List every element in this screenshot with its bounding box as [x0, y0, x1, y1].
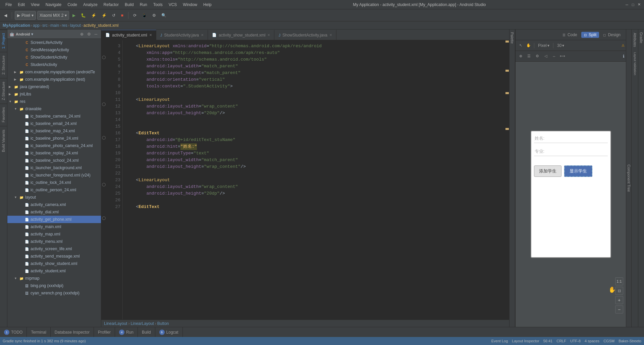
tree-item-ic-replay[interactable]: 📄 ic_baseline_replay_24.xml [7, 149, 101, 157]
avd-button[interactable]: 📱 [140, 11, 149, 20]
tree-item-ic-camera[interactable]: 📄 ic_baseline_camera_24.xml [7, 113, 101, 120]
sidebar-tab-favorites[interactable]: Favorites [0, 104, 7, 126]
tab-run[interactable]: 4 Run [115, 327, 138, 337]
tree-item-res[interactable]: ▼ 📁 res [7, 98, 101, 105]
zoom-fit-btn[interactable]: 1:1 [615, 277, 623, 285]
breadcrumb-item-5[interactable]: layout [70, 23, 81, 28]
run-button[interactable]: ▶ [70, 11, 77, 20]
tree-item-ic-map[interactable]: 📄 ic_baseline_map_24.xml [7, 127, 101, 135]
menu-refactor[interactable]: Refactor [101, 2, 121, 8]
tree-item-activity-screen[interactable]: 📄 activity_screen_life.xml [7, 245, 101, 253]
tree-item-com-test[interactable]: ▶ 📁 com.example.myapplication (test) [7, 76, 101, 83]
tree-item-jnilibs[interactable]: ▶ 📁 jniLibs [7, 90, 101, 98]
tab-design[interactable]: ◻ Design [600, 32, 623, 38]
back-button[interactable]: ◀ [2, 11, 9, 20]
project-sync-icon[interactable]: ⊕ [79, 31, 85, 37]
profile-button[interactable]: ⚡ [100, 11, 109, 20]
sidebar-tab-z-structure[interactable]: Z-Structure [0, 78, 7, 104]
close-button[interactable]: ✕ [637, 2, 641, 7]
menu-build[interactable]: Build [122, 2, 137, 8]
menu-vcs[interactable]: VCS [166, 2, 180, 8]
run-config-dropdown[interactable]: ▶ Pixel ▾ [15, 11, 36, 20]
tab-activity-show[interactable]: 📄 activity_show_student.xml ✕ [208, 30, 274, 40]
component-tree-tab[interactable]: Component Tree [626, 29, 631, 327]
sidebar-tab-project[interactable]: 1: Project [0, 29, 7, 52]
tree-item-student[interactable]: C StudentActivity [7, 61, 101, 68]
preview-show-student-btn[interactable]: 显示学生 [564, 165, 592, 177]
tree-item-bing[interactable]: 🖼 bing.png (xxxhdpi) [7, 282, 101, 289]
zoom-fit-screen-btn[interactable]: ⊡ [615, 287, 623, 295]
tree-item-ic-person[interactable]: 📄 ic_outline_person_24.xml [7, 186, 101, 194]
tab-show-student-java[interactable]: J ShowStudentActivity.java ✕ [274, 30, 336, 40]
sidebar-tab-build-variants[interactable]: Build Variants [0, 126, 7, 155]
tree-item-java-generated[interactable]: ▶ 📁 java (generated) [7, 83, 101, 90]
breadcrumb-bottom-0[interactable]: LinearLayout [104, 321, 127, 326]
status-layout-inspector[interactable]: Layout Inspector [512, 339, 539, 343]
tree-item-drawable[interactable]: ▼ 📁 drawable [7, 105, 101, 113]
tab-terminal[interactable]: Terminal [27, 327, 50, 337]
tree-item-activity-show-student[interactable]: 📄 activity_show_student.xml [7, 260, 101, 267]
tab-build[interactable]: Build [138, 327, 155, 337]
design-icon-2[interactable]: ⚙ [534, 53, 541, 60]
tab-profiler[interactable]: Profiler [94, 327, 115, 337]
breadcrumb-bottom-2[interactable]: Button [157, 321, 169, 326]
tree-item-ic-launcher-bg[interactable]: 📄 ic_launcher_background.xml [7, 164, 101, 171]
tree-item-sendmessage[interactable]: C SendMessageActivity [7, 46, 101, 54]
breadcrumb-item-3[interactable]: main [50, 23, 59, 28]
gradle-tab[interactable]: Gradle [638, 29, 644, 327]
tree-item-activity-camera[interactable]: 📄 activity_camera.xml [7, 201, 101, 208]
tree-item-activity-get-phone[interactable]: 📄 activity_get_phone.xml [7, 216, 101, 223]
pixel-dropdown[interactable]: Pixel ▾ [536, 43, 551, 49]
tree-item-showstudent[interactable]: C ShowStudentActivity [7, 54, 101, 61]
menu-code[interactable]: Code [65, 2, 80, 8]
tree-item-activity-map[interactable]: 📄 activity_map.xml [7, 230, 101, 238]
attributes-tab[interactable]: Attributes [632, 31, 637, 49]
tree-item-ic-phone[interactable]: 📄 ic_baseline_phone_24.xml [7, 135, 101, 142]
coverage-button[interactable]: ⚡ [89, 11, 98, 20]
project-settings-icon[interactable]: ⚙ [86, 31, 92, 37]
status-encoding[interactable]: CRLF [556, 339, 566, 343]
sdk-button[interactable]: ⚙ [150, 11, 158, 20]
sync-button[interactable]: ⟳ [131, 11, 139, 20]
search-everywhere-button[interactable]: 🔍 [159, 11, 168, 20]
preview-add-student-btn[interactable]: 添加学生 [534, 165, 561, 177]
tab-close-icon-3[interactable]: ✕ [329, 33, 332, 37]
design-icon-0[interactable]: ⊕ [517, 53, 524, 60]
status-spaces[interactable]: 4 spaces [585, 339, 599, 343]
zoom-dropdown[interactable]: 30 ▾ [555, 43, 566, 49]
minimize-button[interactable]: ─ [625, 2, 629, 7]
stop-button[interactable]: ■ [119, 11, 125, 20]
tab-code[interactable]: ☰ Code [560, 32, 580, 38]
status-charset[interactable]: UTF-8 [570, 339, 581, 343]
tree-item-ic-photo[interactable]: 📄 ic_baseline_photo_camera_24.xml [7, 142, 101, 149]
tab-split[interactable]: ⊡ Split [581, 32, 599, 38]
menu-edit[interactable]: Edit [15, 2, 28, 8]
device-dropdown[interactable]: Xiaomi MIX 2 ▾ [37, 11, 69, 20]
tree-item-ic-school[interactable]: 📄 ic_baseline_school_24.xml [7, 157, 101, 164]
menu-window[interactable]: Window [180, 2, 200, 8]
project-dropdown-arrow[interactable]: ▾ [31, 32, 33, 37]
design-pan-btn[interactable]: ✋ [525, 42, 532, 49]
code-editor[interactable]: ◯ ◯ ◯ ◯ [101, 40, 509, 320]
menu-help[interactable]: Help [201, 2, 214, 8]
breadcrumb-bottom-1[interactable]: LinearLayout [130, 321, 154, 326]
tree-item-activity-send[interactable]: 📄 activity_send_message.xml [7, 253, 101, 260]
palette-tab[interactable]: Palette [509, 29, 515, 327]
breadcrumb-item-2[interactable]: src [42, 23, 48, 28]
tab-activity-student[interactable]: 📄 activity_student.xml ✕ [101, 30, 156, 40]
tree-item-activity-menu[interactable]: 📄 activity_menu.xml [7, 238, 101, 245]
sidebar-tab-structure[interactable]: 2: Structure [0, 52, 7, 78]
breadcrumb-item-1[interactable]: app [33, 23, 40, 28]
breadcrumb-item-0[interactable]: MyApplication [3, 23, 30, 28]
design-icon-5[interactable]: ⟷ [559, 53, 566, 60]
design-icon-3[interactable]: ◁ [542, 53, 549, 60]
project-collapse-icon[interactable]: ─ [93, 31, 99, 37]
tree-item-ic-email[interactable]: 📄 ic_baseline_email_24.xml [7, 120, 101, 127]
design-icon-1[interactable]: ☰ [525, 53, 533, 60]
design-info-icon[interactable]: ℹ [623, 54, 625, 59]
zoom-in-btn[interactable]: + [615, 296, 623, 304]
hand-cursor-icon[interactable]: ✋ [608, 286, 616, 293]
tab-database-inspector[interactable]: Database Inspector [51, 327, 94, 337]
tab-close-icon-2[interactable]: ✕ [267, 33, 270, 37]
tab-todo[interactable]: 1 TODO [0, 327, 27, 337]
